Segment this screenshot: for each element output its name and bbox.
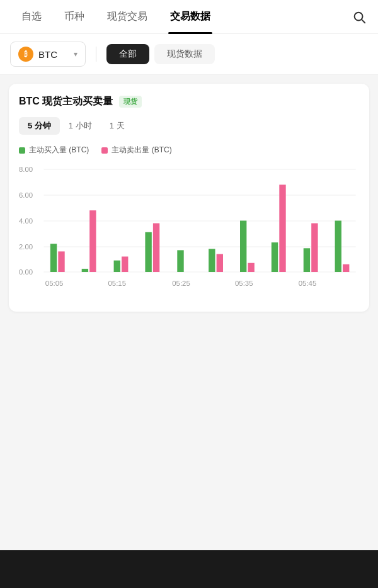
nav-item-spot[interactable]: 现货交易 [96,0,159,34]
legend-buy-label: 主动买入量 (BTC) [29,145,89,155]
bar-sell-1 [58,251,64,272]
svg-text:2.00: 2.00 [19,243,33,251]
card-title-row: BTC 现货主动买卖量 现货 [19,95,359,108]
svg-text:05:45: 05:45 [299,280,317,287]
bar-buy-4 [145,232,151,272]
bar-buy-7 [240,221,246,273]
search-icon [352,10,366,24]
time-btn-1d[interactable]: 1 天 [101,117,134,135]
filter-row: ₿ BTC ▾ 全部 现货数据 [0,34,378,75]
buy-color-indicator [19,147,25,154]
coin-selector[interactable]: ₿ BTC ▾ [10,42,86,67]
coin-name: BTC [38,49,57,60]
svg-text:05:05: 05:05 [45,280,64,287]
separator [96,47,96,62]
svg-text:8.00: 8.00 [19,166,33,173]
nav-item-trading-data[interactable]: 交易数据 [159,0,222,34]
bar-buy-2 [82,269,88,272]
time-btn-5min[interactable]: 5 分钟 [19,117,60,135]
bar-buy-3 [114,261,120,272]
bar-buy-5 [177,250,183,272]
legend-buy: 主动买入量 (BTC) [19,145,89,155]
sell-color-indicator [101,147,108,154]
svg-text:6.00: 6.00 [19,191,33,199]
chart-container: 8.00 6.00 4.00 2.00 0.00 [19,163,359,302]
chart-card: BTC 现货主动买卖量 现货 5 分钟 1 小时 1 天 主动买入量 (BTC)… [9,84,369,312]
nav-item-watchlist[interactable]: 自选 [10,0,53,34]
main-content: BTC 现货主动买卖量 现货 5 分钟 1 小时 1 天 主动买入量 (BTC)… [0,75,378,320]
chart-legend: 主动买入量 (BTC) 主动卖出量 (BTC) [19,145,359,155]
bar-sell-4 [153,223,159,272]
time-btn-1h[interactable]: 1 小时 [60,117,101,135]
spot-badge: 现货 [119,96,142,108]
bar-sell-7 [248,263,254,272]
coin-icon: ₿ [18,47,33,62]
bar-buy-10 [335,221,341,273]
bottom-bar [0,550,378,588]
svg-text:05:15: 05:15 [108,280,126,287]
nav-items: 自选 币种 现货交易 交易数据 [10,0,350,34]
svg-text:4.00: 4.00 [19,217,33,225]
legend-sell: 主动卖出量 (BTC) [101,145,171,155]
bar-sell-9 [311,223,318,272]
type-btn-all[interactable]: 全部 [106,44,149,64]
bar-chart: 8.00 6.00 4.00 2.00 0.00 [19,163,359,302]
svg-text:05:25: 05:25 [172,280,190,287]
bar-sell-8 [279,184,285,272]
bar-sell-10 [343,264,349,272]
bar-sell-3 [122,257,128,273]
svg-line-1 [362,20,365,23]
search-button[interactable] [350,8,368,26]
card-title: BTC 现货主动买卖量 [19,95,113,108]
top-nav: 自选 币种 现货交易 交易数据 [0,0,378,34]
legend-sell-label: 主动卖出量 (BTC) [112,145,171,155]
time-selector: 5 分钟 1 小时 1 天 [19,117,359,135]
type-btn-spot[interactable]: 现货数据 [154,44,215,64]
bar-buy-8 [272,242,278,272]
nav-item-coins[interactable]: 币种 [53,0,96,34]
bar-sell-2 [89,210,96,272]
chevron-down-icon: ▾ [74,50,77,59]
bar-buy-1 [50,244,57,272]
type-buttons: 全部 现货数据 [106,44,215,64]
svg-text:05:35: 05:35 [235,280,253,287]
svg-text:0.00: 0.00 [19,268,33,276]
bar-buy-9 [304,248,310,272]
bar-buy-6 [209,249,215,272]
bar-sell-6 [217,254,223,273]
